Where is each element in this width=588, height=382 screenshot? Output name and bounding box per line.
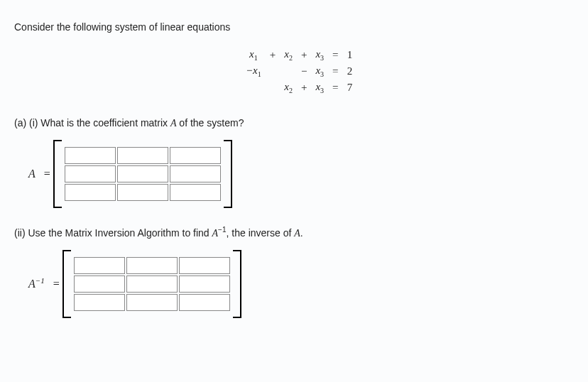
matrix-Ainv-cell[interactable] — [126, 294, 178, 311]
matrix-A-cell[interactable] — [65, 147, 116, 164]
matrix-A-cell[interactable] — [117, 184, 168, 201]
equation-row: −x1 − x3 = 2 — [241, 63, 357, 80]
equals-sign: = — [44, 168, 50, 180]
matrix-A-entry: A = — [28, 140, 574, 208]
matrix-Ainv-cell[interactable] — [126, 257, 178, 274]
matrix-Ainv-entry: A−1 = — [28, 250, 574, 318]
matrix-A-cell[interactable] — [170, 147, 221, 164]
matrix-Ainv-grid — [71, 250, 233, 318]
bracket-left-icon — [53, 140, 62, 208]
matrix-A-cell[interactable] — [170, 184, 221, 201]
question-a-ii: (ii) Use the Matrix Inversion Algorithm … — [14, 226, 574, 239]
matrix-Ainv-cell[interactable] — [74, 257, 125, 274]
intro-text: Consider the following system of linear … — [14, 21, 574, 33]
matrix-A-cell[interactable] — [117, 147, 168, 164]
equation-row: x1 + x2 + x3 = 1 — [241, 47, 357, 63]
bracket-right-icon — [233, 250, 241, 318]
matrix-A-cell[interactable] — [65, 184, 116, 201]
matrix-A-cell[interactable] — [117, 165, 168, 182]
equation-row: x2 + x3 = 7 — [241, 80, 357, 96]
matrix-A-cell[interactable] — [65, 165, 116, 182]
matrix-Ainv-cell[interactable] — [179, 294, 230, 311]
equals-sign: = — [53, 278, 60, 290]
matrix-Ainv-label: A−1 — [28, 276, 45, 290]
linear-system: x1 + x2 + x3 = 1 −x1 − x3 = 2 x2 + x3 = … — [241, 47, 574, 96]
matrix-Ainv-cell[interactable] — [126, 275, 178, 293]
question-a-i: (a) (i) What is the coefficient matrix A… — [14, 117, 574, 129]
matrix-A-label: A — [28, 168, 36, 180]
matrix-Ainv-cell[interactable] — [179, 257, 230, 274]
matrix-Ainv-cell[interactable] — [179, 275, 230, 293]
bracket-left-icon — [62, 250, 71, 318]
bracket-right-icon — [224, 140, 232, 208]
matrix-Ainv-cell[interactable] — [74, 275, 125, 293]
matrix-A-grid — [62, 140, 224, 208]
matrix-A-cell[interactable] — [170, 165, 221, 182]
matrix-Ainv-cell[interactable] — [74, 294, 125, 311]
